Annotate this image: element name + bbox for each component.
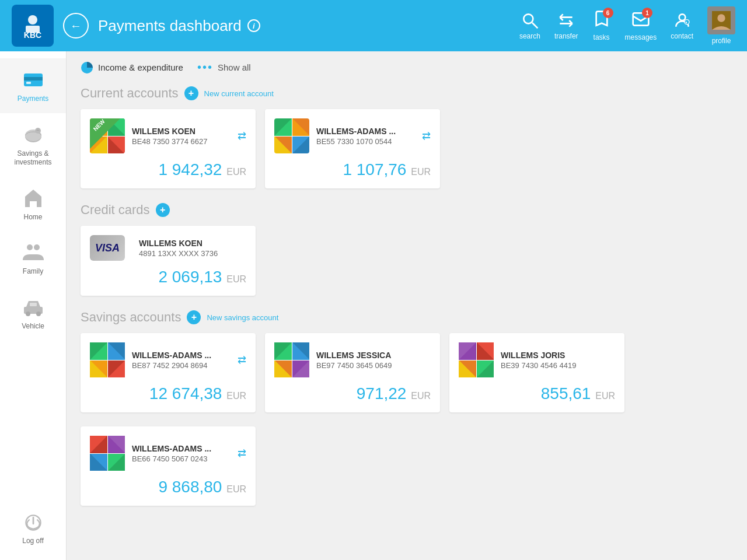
svg-point-8 <box>717 14 725 22</box>
credit-card-1[interactable]: VISA WILLEMS KOEN 4891 13XX XXXX 3736 2 … <box>81 226 256 296</box>
current-accounts-title: Current accounts <box>81 86 179 101</box>
transfer-icon-2[interactable]: ⇄ <box>422 130 431 142</box>
search-action[interactable]: search <box>519 11 540 40</box>
svg-point-6 <box>685 20 689 24</box>
savings-balance-1: 12 674,38 EUR <box>90 384 246 403</box>
account-name-2: WILLEMS-ADAMS ... <box>316 127 415 136</box>
new-savings-account-link[interactable]: New savings account <box>207 313 278 322</box>
back-button[interactable]: ← <box>63 13 89 38</box>
credit-cards-header: Credit cards + <box>81 202 733 218</box>
add-savings-account-button[interactable]: + <box>187 310 201 324</box>
messages-label: messages <box>625 33 657 41</box>
savings-balance-3: 855,61 EUR <box>459 384 615 403</box>
credit-card-info: WILLEMS KOEN 4891 13XX XXXX 3736 <box>139 239 246 258</box>
transfer-action[interactable]: transfer <box>554 11 578 40</box>
profile-picture <box>707 6 735 34</box>
transfer-label: transfer <box>554 32 578 40</box>
savings-avatar-3 <box>459 342 494 377</box>
tasks-action[interactable]: 6 tasks <box>592 10 611 41</box>
messages-action[interactable]: 1 messages <box>625 10 657 41</box>
sidebar-family-label: Family <box>23 267 43 276</box>
savings-info-2: WILLEMS JESSICA BE97 7450 3645 0649 <box>316 351 431 370</box>
account-info-2: WILLEMS-ADAMS ... BE55 7330 1070 0544 <box>316 127 415 146</box>
savings-card-3[interactable]: WILLEMS JORIS BE39 7430 4546 4419 855,61… <box>449 333 624 412</box>
savings-name-3: WILLEMS JORIS <box>501 351 615 360</box>
credit-cards-title: Credit cards <box>81 202 150 218</box>
savings-name-2: WILLEMS JESSICA <box>316 351 431 360</box>
tasks-label: tasks <box>594 33 610 41</box>
account-balance-2: 1 107,76 EUR <box>274 160 431 179</box>
account-iban-1: BE48 7350 3774 6627 <box>132 137 231 146</box>
sidebar-item-family[interactable]: Family <box>0 231 66 286</box>
visa-card-image: VISA <box>90 235 125 261</box>
content-area: Income & expenditure ••• Show all Curren… <box>67 51 747 560</box>
profile-label: profile <box>712 37 731 45</box>
current-account-card-1[interactable]: NEW WILLEMS KOEN BE48 7350 3774 6627 ⇄ 1… <box>81 109 256 188</box>
current-accounts-grid: NEW WILLEMS KOEN BE48 7350 3774 6627 ⇄ 1… <box>81 109 733 188</box>
transfer-icon-1[interactable]: ⇄ <box>238 130 246 142</box>
sidebar-item-savings[interactable]: Savings & investments <box>0 113 66 177</box>
sidebar-item-home[interactable]: Home <box>0 177 66 232</box>
account-avatar-2 <box>274 118 309 153</box>
savings-card-4[interactable]: WILLEMS-ADAMS ... BE66 7450 5067 0243 ⇄ … <box>81 426 256 506</box>
svg-rect-20 <box>30 303 37 306</box>
savings-name-1: WILLEMS-ADAMS ... <box>132 351 231 360</box>
current-accounts-header: Current accounts + New current account <box>81 86 733 101</box>
add-current-account-button[interactable]: + <box>184 86 198 100</box>
account-name-1: WILLEMS KOEN <box>132 127 231 136</box>
sidebar-item-vehicle[interactable]: Vehicle <box>0 286 66 341</box>
savings-transfer-1[interactable]: ⇄ <box>238 354 246 366</box>
sidebar-item-payments[interactable]: Payments <box>0 58 66 113</box>
savings-info-4: WILLEMS-ADAMS ... BE66 7450 5067 0243 <box>132 444 231 463</box>
svg-rect-11 <box>26 82 31 84</box>
svg-point-0 <box>28 15 37 24</box>
savings-accounts-grid-2: WILLEMS-ADAMS ... BE66 7450 5067 0243 ⇄ … <box>81 426 733 506</box>
savings-accounts-title: Savings accounts <box>81 310 181 325</box>
svg-point-15 <box>27 244 33 250</box>
header-title: Payments dashboard i <box>98 17 519 35</box>
savings-iban-2: BE97 7450 3645 0649 <box>316 361 431 370</box>
account-iban-2: BE55 7330 1070 0544 <box>316 137 415 146</box>
account-info-1: WILLEMS KOEN BE48 7350 3774 6627 <box>132 127 231 146</box>
svg-point-16 <box>34 244 40 250</box>
savings-avatar-4 <box>90 436 125 471</box>
savings-info-3: WILLEMS JORIS BE39 7430 4546 4419 <box>501 351 615 370</box>
sidebar-savings-label: Savings & investments <box>14 149 51 167</box>
svg-point-18 <box>26 312 30 316</box>
savings-name-4: WILLEMS-ADAMS ... <box>132 444 231 453</box>
contact-action[interactable]: contact <box>671 11 693 40</box>
contact-label: contact <box>671 32 693 40</box>
savings-iban-1: BE87 7452 2904 8694 <box>132 361 231 370</box>
savings-accounts-grid: WILLEMS-ADAMS ... BE87 7452 2904 8694 ⇄ … <box>81 333 733 412</box>
new-current-account-link[interactable]: New current account <box>204 89 274 98</box>
show-all-tab[interactable]: ••• Show all <box>197 61 251 74</box>
header-actions: search transfer 6 tasks 1 messages conta <box>519 6 735 45</box>
savings-transfer-4[interactable]: ⇄ <box>238 447 246 460</box>
svg-point-5 <box>679 14 685 20</box>
sidebar-payments-label: Payments <box>18 94 48 104</box>
search-label: search <box>519 32 540 40</box>
credit-card-number: 4891 13XX XXXX 3736 <box>139 249 246 258</box>
kbc-logo[interactable]: KBC <box>12 5 54 47</box>
credit-card-name: WILLEMS KOEN <box>139 239 246 248</box>
savings-info-1: WILLEMS-ADAMS ... BE87 7452 2904 8694 <box>132 351 231 370</box>
tasks-badge: 6 <box>603 8 613 18</box>
logoff-button[interactable]: Log off <box>0 503 66 555</box>
savings-avatar-1 <box>90 342 125 377</box>
main-layout: Payments Savings & investments Home <box>0 51 747 560</box>
header: KBC ← Payments dashboard i search transf… <box>0 0 747 51</box>
income-expenditure-tab[interactable]: Income & expenditure <box>81 61 183 74</box>
current-account-card-2[interactable]: WILLEMS-ADAMS ... BE55 7330 1070 0544 ⇄ … <box>265 109 440 188</box>
income-tab-label: Income & expenditure <box>98 62 183 72</box>
add-credit-card-button[interactable]: + <box>156 203 170 217</box>
account-balance-1: 1 942,32 EUR <box>90 160 246 179</box>
profile-action[interactable]: profile <box>707 6 735 45</box>
credit-cards-grid: VISA WILLEMS KOEN 4891 13XX XXXX 3736 2 … <box>81 226 733 296</box>
info-icon[interactable]: i <box>247 19 260 32</box>
savings-accounts-header: Savings accounts + New savings account <box>81 310 733 325</box>
savings-card-1[interactable]: WILLEMS-ADAMS ... BE87 7452 2904 8694 ⇄ … <box>81 333 256 412</box>
savings-iban-4: BE66 7450 5067 0243 <box>132 454 231 463</box>
sub-navigation: Income & expenditure ••• Show all <box>81 61 733 74</box>
account-avatar-1: NEW <box>90 118 125 153</box>
savings-card-2[interactable]: WILLEMS JESSICA BE97 7450 3645 0649 971,… <box>265 333 440 412</box>
